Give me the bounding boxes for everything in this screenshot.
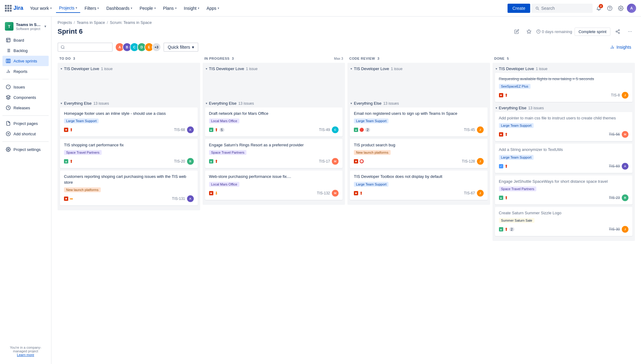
card-TIS-132[interactable]: Web-store purchasing performance issue f…: [205, 171, 343, 200]
sidebar-collapse-button[interactable]: ▾: [44, 24, 46, 28]
card-TIS-131[interactable]: Customers reporting shoping cart purchas…: [60, 171, 198, 205]
card-TIS-49[interactable]: Draft network plan for Mars Office Local…: [205, 107, 343, 137]
card-TIS-17[interactable]: Engage Saturn's Rings Resort as a prefer…: [205, 139, 343, 168]
settings-button[interactable]: [616, 3, 626, 13]
card-TIS-20[interactable]: TIS shopping cart performance fix Space …: [60, 139, 198, 168]
sidebar-item-issues[interactable]: Issues: [2, 82, 49, 92]
create-button[interactable]: Create: [508, 4, 530, 13]
sprint-section-header[interactable]: ▾ TIS Developer Love 1 issue: [60, 65, 198, 73]
assignee-avatar: B: [187, 158, 194, 165]
bug-icon: ■: [209, 191, 213, 195]
svg-point-25: [628, 31, 629, 32]
edit-icon[interactable]: [512, 27, 522, 36]
sprint-section-everything-else-todo: ▾ Everything Else 13 issues Homepage foo…: [60, 100, 198, 205]
share-icon[interactable]: [613, 27, 623, 36]
story-icon: ▲: [499, 196, 503, 200]
assignee-avatar: M: [332, 158, 339, 165]
sprint-section-header[interactable]: ▾ TIS Developer Love 1 issue: [495, 65, 633, 73]
card-TIS-23[interactable]: Engage JetShuttle SpaceWays for short di…: [495, 175, 633, 205]
story-icon: ▲: [209, 159, 213, 163]
star-icon[interactable]: [524, 27, 534, 36]
more-options-icon[interactable]: [625, 27, 635, 36]
projects-menu[interactable]: Projects ▾: [56, 4, 81, 13]
card-label: Local Mars Office: [209, 118, 239, 123]
sprint-section-header[interactable]: ▾ TIS Developer Love 1 issue: [350, 65, 488, 73]
card-TIS-67[interactable]: TIS Developer Toolbox does not display b…: [350, 171, 488, 200]
your-work-menu[interactable]: Your work ▾: [27, 4, 55, 13]
app-logo[interactable]: Jira: [5, 5, 23, 12]
column-max: Max 3: [334, 57, 343, 60]
quick-filters-button[interactable]: Quick filters ▾: [163, 43, 198, 52]
column-todo: TO DO 3 ▾ TIS Developer Love 1 issue: [58, 54, 200, 241]
card-title: TIS Developer Toolbox does not display b…: [354, 174, 484, 179]
chevron-icon: ▾: [61, 67, 62, 70]
breadcrumb-scrum[interactable]: Scrum: Teams in Space: [110, 20, 152, 25]
people-menu[interactable]: People ▾: [137, 4, 159, 13]
column-header-inprogress: IN PROGRESS 3 Max 3: [203, 54, 345, 63]
insight-menu[interactable]: Insight ▾: [181, 4, 202, 13]
sprint-section-developer-love-ip: ▾ TIS Developer Love 1 issue: [205, 65, 343, 97]
global-search[interactable]: [531, 4, 593, 13]
chevron-down-icon: ▾: [97, 6, 99, 10]
page-actions: 0 days remaining Complete sprint: [512, 27, 635, 36]
sidebar-item-active-sprints[interactable]: Active sprints: [2, 56, 49, 66]
notifications-button[interactable]: 2: [594, 3, 604, 13]
sprint-section-header-else[interactable]: ▾ Everything Else 13 issues: [350, 100, 488, 107]
help-button[interactable]: [605, 3, 615, 13]
search-icon: [535, 6, 539, 10]
comment-count: 2: [509, 227, 514, 231]
breadcrumb-teams-in-space[interactable]: Teams in Space: [77, 20, 105, 25]
card-TIS-45[interactable]: Email non registered users to sign up wi…: [350, 107, 488, 137]
priority-high-icon: ⬆: [504, 132, 508, 137]
sidebar-item-reports[interactable]: Reports: [2, 66, 49, 77]
sidebar-item-add-shortcut[interactable]: Add shortcut: [2, 129, 49, 139]
sprint-section-header[interactable]: ▾ TIS Developer Love 1 issue: [205, 65, 343, 73]
sidebar-item-backlog[interactable]: Backlog: [2, 45, 49, 56]
learn-more-link[interactable]: Learn more: [17, 353, 34, 357]
board-search-input[interactable]: [67, 45, 110, 50]
priority-med-icon: ⬇: [215, 191, 218, 196]
insights-button[interactable]: Insights: [606, 43, 635, 51]
dashboards-menu[interactable]: Dashboards ▾: [103, 4, 135, 13]
avatar-count[interactable]: +3: [152, 43, 161, 52]
card-TIS-30[interactable]: Create Saturn Summer Sizzle Logo Summer …: [495, 207, 633, 236]
sidebar-item-components[interactable]: Components: [2, 92, 49, 103]
search-input[interactable]: [541, 6, 584, 11]
sidebar-item-project-pages[interactable]: Project pages: [2, 118, 49, 129]
bug-icon: ■: [499, 132, 503, 137]
gear-icon: [618, 6, 624, 11]
user-avatar[interactable]: A: [627, 4, 636, 13]
chevron-icon: ▾: [61, 102, 62, 105]
card-TIS-68[interactable]: Homepage footer uses an inline style - s…: [60, 107, 198, 137]
apps-menu[interactable]: Apps ▾: [204, 4, 222, 13]
chevron-icon: ▾: [496, 67, 497, 70]
sidebar-item-board[interactable]: Board: [2, 35, 49, 45]
priority-icon: ⭕: [359, 159, 364, 163]
plans-menu[interactable]: Plans ▾: [160, 4, 180, 13]
grid-icon: [5, 5, 12, 12]
sprint-section-header-else[interactable]: ▾ Everything Else 13 issues: [60, 100, 198, 107]
main-layout: T Teams in Space Software project ▾ Boar…: [0, 17, 641, 364]
card-TIS-56[interactable]: Add pointer to main css file to instruct…: [495, 112, 633, 141]
board-search[interactable]: [58, 43, 113, 52]
card-TIS-128[interactable]: TIS product search bug New launch platfo…: [350, 139, 488, 168]
card-id: TIS-67: [464, 191, 475, 195]
sprint-section-header-else[interactable]: ▾ Everything Else 13 issues: [205, 100, 343, 107]
card-TIS-69[interactable]: Add a String anonymizer to TextUtils Lar…: [495, 144, 633, 173]
filters-menu[interactable]: Filters ▾: [81, 4, 102, 13]
assignee-avatar: J: [622, 92, 628, 99]
sprint-section-header-else[interactable]: ▾ Everything Else 13 issues: [495, 104, 633, 112]
card-label: New launch platforms: [64, 187, 101, 192]
sidebar-footer: You're in a company-managed project Lear…: [0, 341, 51, 362]
assignee-avatar: C: [332, 126, 339, 133]
project-icon: T: [5, 22, 13, 31]
main-content: Projects / Teams in Space / Scrum: Teams…: [51, 17, 641, 364]
breadcrumb-projects[interactable]: Projects: [58, 20, 72, 25]
complete-sprint-button[interactable]: Complete sprint: [575, 28, 610, 36]
card-TIS-8[interactable]: Requesting avaliable flights is now taki…: [495, 73, 633, 102]
sidebar-item-project-settings[interactable]: Project settings: [2, 144, 49, 155]
sidebar-item-releases[interactable]: Releases: [2, 103, 49, 113]
assignee-avatar: A: [187, 126, 194, 133]
card-id: TIS-68: [174, 128, 185, 132]
assignee-avatar: M: [332, 190, 339, 197]
